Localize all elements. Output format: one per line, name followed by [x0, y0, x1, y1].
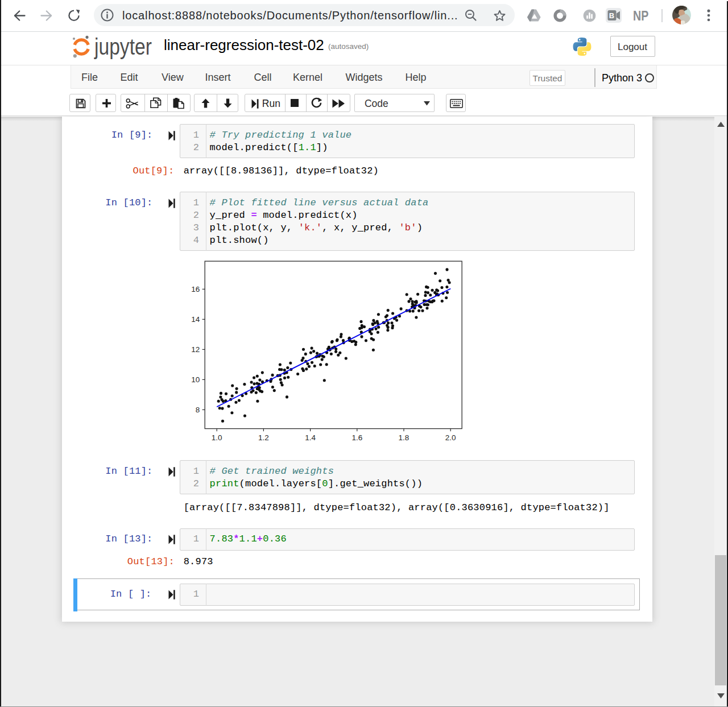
svg-text:1.2: 1.2: [258, 433, 269, 442]
svg-text:1.6: 1.6: [351, 433, 362, 442]
svg-text:1.8: 1.8: [399, 433, 410, 442]
svg-text:12: 12: [191, 345, 200, 354]
svg-text:1.0: 1.0: [212, 433, 222, 442]
svg-text:2.0: 2.0: [445, 433, 456, 442]
svg-text:B: B: [609, 11, 614, 20]
svg-text:10: 10: [191, 375, 200, 384]
svg-text:16: 16: [191, 285, 200, 293]
svg-text:14: 14: [191, 315, 200, 324]
svg-text:8: 8: [196, 406, 200, 414]
svg-text:1.4: 1.4: [305, 433, 316, 442]
